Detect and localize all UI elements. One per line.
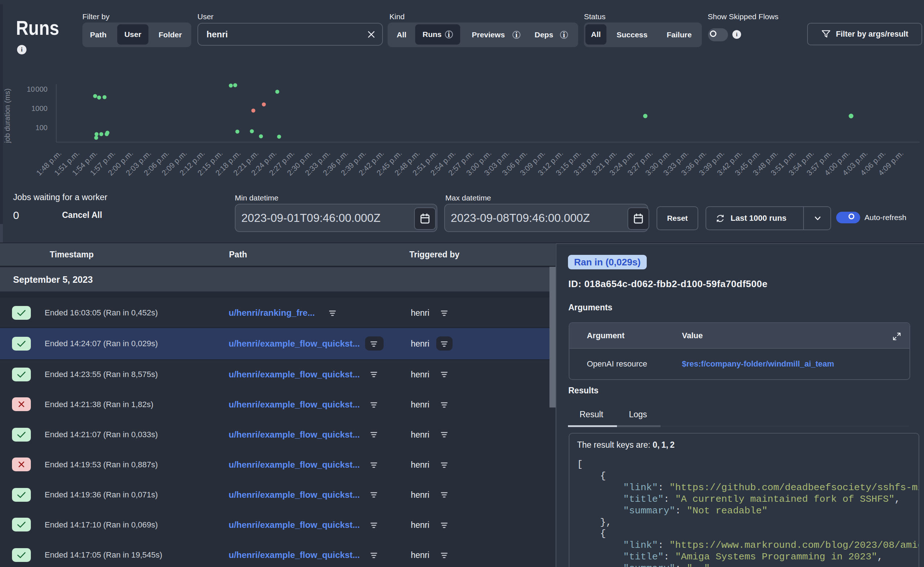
svg-text:100: 100	[36, 124, 48, 132]
svg-text:10 000: 10 000	[27, 85, 48, 93]
svg-text:1000: 1000	[32, 104, 48, 112]
svg-text:job duration (ms): job duration (ms)	[3, 88, 11, 143]
